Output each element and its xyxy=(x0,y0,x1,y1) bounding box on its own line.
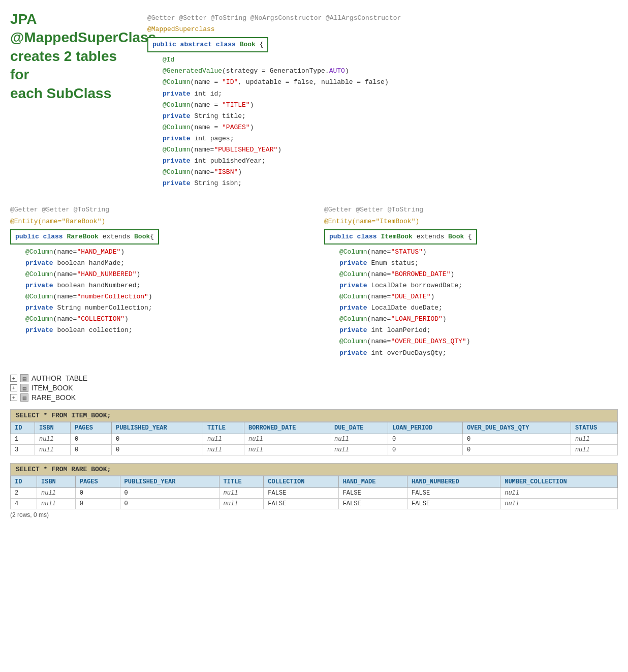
rare-book-footer: (2 rows, 0 ms) xyxy=(10,509,618,521)
table-cell: 2 xyxy=(11,487,37,498)
table-cell: null xyxy=(244,434,330,444)
table-cell: null xyxy=(203,434,244,444)
table-cell: FALSE xyxy=(338,498,407,509)
page-title: JPA @MappedSuperClass creates 2 tables f… xyxy=(10,10,132,103)
rare-book-table-header-row: ID ISBN PAGES PUBLISHED_YEAR TITLE COLLE… xyxy=(11,476,618,487)
table-cell: null xyxy=(37,498,75,509)
table-cell: FALSE xyxy=(338,487,407,498)
title-line4: each SubClass xyxy=(10,85,111,101)
item-book-table-header-row: ID ISBN PAGES PUBLISHED_YEAR TITLE BORRO… xyxy=(11,422,618,434)
col-status: STATUS xyxy=(571,422,617,434)
table-cell: null xyxy=(203,444,244,455)
col-hand-made: HAND_MADE xyxy=(338,476,407,487)
table-cell: null xyxy=(35,434,70,444)
rare-book-query-label: SELECT * FROM RARE_BOOK; xyxy=(10,463,618,476)
col-loan-period: LOAN_PERIOD xyxy=(388,422,462,434)
rarebook-class-declaration-box: public class RareBook extends Book{ xyxy=(10,229,159,245)
table-cell: 1 xyxy=(11,434,35,444)
table-cell: 0 xyxy=(70,444,111,455)
itembook-column: @Getter @Setter @ToString @Entity(name="… xyxy=(324,204,618,358)
col-number-collection: NUMBER_COLLECTION xyxy=(500,476,618,487)
table-row: 3null00nullnullnull00null xyxy=(11,444,618,455)
main-class-code: @Getter @Setter @ToString @NoArgsConstru… xyxy=(147,10,618,189)
rarebook-column: @Getter @Setter @ToString @Entity(name="… xyxy=(10,204,304,358)
table-icon-author: ▤ xyxy=(20,374,28,382)
col-due-date: DUE_DATE xyxy=(330,422,388,434)
table-cell: 0 xyxy=(75,487,120,498)
table-cell: null xyxy=(219,487,264,498)
table-cell: null xyxy=(330,444,388,455)
table-icon-itembook: ▤ xyxy=(20,384,28,392)
table-row: 4null00nullFALSEFALSEFALSEnull xyxy=(11,498,618,509)
col-over-due-days-qty: OVER_DUE_DAYS_QTY xyxy=(462,422,571,434)
expand-icon-itembook[interactable]: + xyxy=(10,384,17,391)
title-line3: creates 2 tables for xyxy=(10,48,117,82)
expand-icon-author[interactable]: + xyxy=(10,375,17,382)
col-id: ID xyxy=(11,476,37,487)
col-title: TITLE xyxy=(203,422,244,434)
col-isbn: ISBN xyxy=(35,422,70,434)
table-icon-rarebook: ▤ xyxy=(20,393,28,402)
table-cell: null xyxy=(500,487,618,498)
tree-label-itembook: ITEM_BOOK xyxy=(32,384,73,392)
expand-icon-rarebook[interactable]: + xyxy=(10,394,17,401)
col-borrowed-date: BORROWED_DATE xyxy=(244,422,330,434)
tree-label-rarebook: RARE_BOOK xyxy=(32,393,76,402)
middle-section: @Getter @Setter @ToString @Entity(name="… xyxy=(10,204,618,358)
table-cell: null xyxy=(219,498,264,509)
title-line2: @MappedSuperClass xyxy=(10,29,156,45)
item-book-table: ID ISBN PAGES PUBLISHED_YEAR TITLE BORRO… xyxy=(10,422,618,455)
tree-item-author[interactable]: + ▤ AUTHOR_TABLE xyxy=(10,374,618,382)
tree-section: + ▤ AUTHOR_TABLE + ▤ ITEM_BOOK + ▤ RARE_… xyxy=(10,374,618,402)
col-pages: PAGES xyxy=(75,476,120,487)
table-cell: 0 xyxy=(75,498,120,509)
table-cell: 0 xyxy=(70,434,111,444)
table-cell: 3 xyxy=(11,444,35,455)
main-annotations-line2: @MappedSuperclass xyxy=(147,24,618,35)
table-cell: null xyxy=(244,444,330,455)
table-cell: FALSE xyxy=(264,498,338,509)
top-section: JPA @MappedSuperClass creates 2 tables f… xyxy=(10,10,618,189)
table-cell: 4 xyxy=(11,498,37,509)
table-cell: FALSE xyxy=(407,498,500,509)
tree-item-rarebook[interactable]: + ▤ RARE_BOOK xyxy=(10,393,618,402)
rare-book-table: ID ISBN PAGES PUBLISHED_YEAR TITLE COLLE… xyxy=(10,476,618,509)
table-row: 1null00nullnullnull00null xyxy=(11,434,618,444)
table-cell: 0 xyxy=(120,498,219,509)
col-title: TITLE xyxy=(219,476,264,487)
table-cell: FALSE xyxy=(407,487,500,498)
tree-label-author: AUTHOR_TABLE xyxy=(32,374,87,382)
table-cell: 0 xyxy=(111,434,203,444)
title-line1: JPA xyxy=(10,11,37,27)
item-book-sql-section: SELECT * FROM ITEM_BOOK; ID ISBN PAGES P… xyxy=(10,409,618,455)
col-id: ID xyxy=(11,422,35,434)
main-annotations-line1: @Getter @Setter @ToString @NoArgsConstru… xyxy=(147,13,618,24)
col-collection: COLLECTION xyxy=(264,476,338,487)
table-cell: 0 xyxy=(111,444,203,455)
table-cell: 0 xyxy=(462,444,571,455)
col-hand-numbered: HAND_NUMBERED xyxy=(407,476,500,487)
rare-book-sql-section: SELECT * FROM RARE_BOOK; ID ISBN PAGES P… xyxy=(10,463,618,521)
table-cell: 0 xyxy=(462,434,571,444)
itembook-class-declaration-box: public class ItemBook extends Book { xyxy=(324,229,477,245)
table-cell: null xyxy=(35,444,70,455)
tree-item-itembook[interactable]: + ▤ ITEM_BOOK xyxy=(10,384,618,392)
table-cell: null xyxy=(330,434,388,444)
table-cell: FALSE xyxy=(264,487,338,498)
table-cell: null xyxy=(37,487,75,498)
col-isbn: ISBN xyxy=(37,476,75,487)
table-cell: null xyxy=(571,444,617,455)
table-cell: null xyxy=(571,434,617,444)
col-published-year: PUBLISHED_YEAR xyxy=(120,476,219,487)
table-cell: 0 xyxy=(388,434,462,444)
table-cell: 0 xyxy=(120,487,219,498)
title-block: JPA @MappedSuperClass creates 2 tables f… xyxy=(10,10,132,189)
col-pages: PAGES xyxy=(70,422,111,434)
table-cell: 0 xyxy=(388,444,462,455)
table-cell: null xyxy=(500,498,618,509)
table-row: 2null00nullFALSEFALSEFALSEnull xyxy=(11,487,618,498)
main-class-declaration-box: public abstract class Book { xyxy=(147,37,268,52)
item-book-query-label: SELECT * FROM ITEM_BOOK; xyxy=(10,409,618,422)
col-published-year: PUBLISHED_YEAR xyxy=(111,422,203,434)
